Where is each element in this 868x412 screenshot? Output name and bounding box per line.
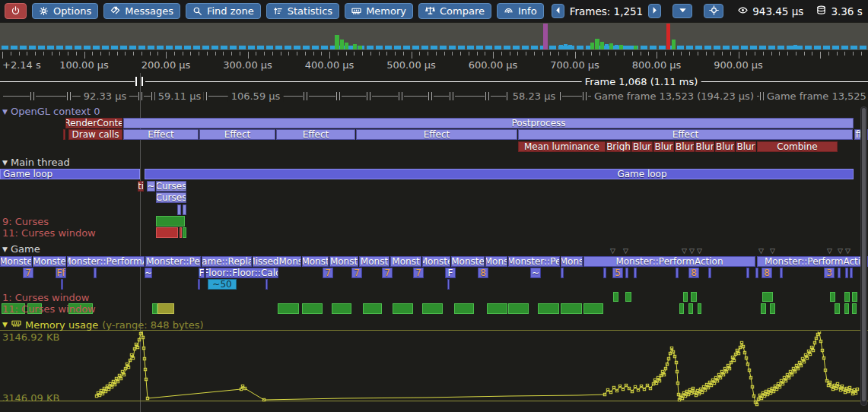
timeline-zone[interactable]: MissedMonst	[253, 256, 301, 267]
toolbar-button-info[interactable]: Info	[497, 3, 544, 19]
frame-overview-graph[interactable]	[0, 23, 868, 50]
timeline-zone[interactable]: Monst	[359, 256, 389, 267]
plot-bar[interactable]	[691, 292, 697, 302]
plot-row-label[interactable]: 9: Curses	[2, 217, 49, 227]
plot-bar[interactable]	[156, 227, 178, 238]
plot-bar[interactable]	[625, 292, 631, 302]
timeline-zone[interactable]: Blur	[695, 141, 714, 152]
message-marker-icon[interactable]: ▽	[770, 248, 775, 254]
timeline-zone[interactable]	[676, 268, 679, 278]
plot-bar[interactable]	[183, 227, 186, 238]
timeline-zone[interactable]: 7	[351, 268, 362, 278]
plot-bar[interactable]	[156, 216, 185, 227]
timeline-zone[interactable]: Mons	[485, 256, 507, 267]
timeline-zone[interactable]: 7	[23, 268, 33, 278]
toolbar-button-statistics[interactable]: Statistics	[266, 3, 339, 19]
timeline-zone[interactable]	[838, 268, 841, 278]
timeline-zone[interactable]: Effect	[518, 129, 853, 140]
timeline-zone[interactable]: 8	[761, 268, 772, 278]
plot-bar[interactable]	[422, 303, 443, 314]
timeline-zone[interactable]: F	[445, 268, 456, 278]
plot-bar[interactable]	[393, 303, 413, 314]
timeline-zone[interactable]: Brigh	[606, 141, 631, 152]
timeline-zone[interactable]	[603, 268, 606, 278]
scrollbar-thumb[interactable]	[862, 108, 866, 401]
timeline-zone[interactable]: Effect	[356, 129, 517, 140]
plot-bar[interactable]	[157, 303, 174, 314]
plot-bar[interactable]	[844, 303, 849, 314]
timeline-zone[interactable]: Combine	[757, 141, 838, 152]
timeline-zone[interactable]: Postprocess	[123, 118, 854, 128]
timeline-zone[interactable]: ~	[147, 181, 155, 192]
timeline-zone[interactable]: Curses	[156, 181, 186, 192]
vertical-scrollbar[interactable]	[860, 106, 867, 406]
timeline-zone[interactable]: Monste	[33, 256, 66, 267]
next-frame-button[interactable]	[648, 4, 661, 18]
memory-usage-plot[interactable]	[0, 331, 868, 412]
thread-section-header[interactable]: ▼Main thread	[2, 157, 70, 168]
timeline-zone[interactable]: Monst	[329, 256, 358, 267]
thread-section-header[interactable]: ▼OpenGL context 0	[2, 106, 100, 117]
timeline-zone[interactable]	[561, 268, 564, 278]
timeline-zone[interactable]: 5	[612, 268, 623, 278]
timeline-zone[interactable]	[61, 279, 63, 290]
plot-bar[interactable]	[152, 303, 157, 314]
timeline-zone[interactable]: Blur	[736, 141, 756, 152]
plot-row-label[interactable]: 11: Curses window	[2, 228, 96, 239]
timeline-zone[interactable]: Effect	[276, 129, 355, 140]
timeline-zone[interactable]: Monst	[390, 256, 421, 267]
plot-bar[interactable]	[363, 303, 382, 314]
timeline-zone[interactable]: Draw calls	[68, 129, 122, 140]
plot-bar[interactable]	[688, 303, 693, 314]
message-marker-icon[interactable]: ▽	[697, 248, 702, 254]
timeline-zone[interactable]: Monste	[451, 256, 485, 267]
plot-bar[interactable]	[852, 292, 857, 302]
timeline-zone[interactable]: ~	[145, 268, 152, 278]
plot-bar[interactable]	[683, 292, 688, 302]
message-marker-icon[interactable]: ▽	[758, 248, 764, 254]
timeline-zone[interactable]: Game loop	[145, 169, 854, 179]
timeline-zone[interactable]	[94, 268, 97, 278]
plot-bar[interactable]	[454, 303, 474, 314]
plot-bar[interactable]	[583, 303, 603, 314]
timeline-zone[interactable]: Curses	[156, 192, 186, 203]
plot-bar[interactable]	[698, 303, 701, 314]
timeline-zone[interactable]: Blur	[631, 141, 653, 152]
plot-bar[interactable]	[561, 303, 582, 314]
plot-bar[interactable]	[508, 303, 529, 314]
timeline-zone[interactable]: 8	[688, 268, 699, 278]
timeline-zone[interactable]: Effect	[123, 129, 199, 140]
plot-bar[interactable]	[852, 303, 857, 314]
timeline-zone[interactable]	[177, 204, 181, 215]
timeline-zone[interactable]	[63, 129, 65, 140]
timeline-zone[interactable]: Ff	[56, 268, 66, 278]
timeline-zone[interactable]: Monst	[302, 256, 329, 267]
timeline-zone[interactable]	[265, 279, 268, 290]
timeline-zone[interactable]: Effect	[199, 129, 275, 140]
plot-row-label[interactable]: 1: Curses window	[2, 293, 89, 303]
plot-bar[interactable]	[278, 303, 299, 314]
timeline-zone[interactable]	[780, 268, 783, 278]
timeline-zone[interactable]: ~	[530, 268, 541, 278]
plot-bar[interactable]	[302, 303, 323, 314]
prev-frame-button[interactable]	[552, 4, 564, 18]
timeline-zone[interactable]: Game::Replay	[202, 256, 252, 267]
timeline-zone[interactable]	[755, 268, 758, 278]
timeline-zone[interactable]: Mons	[561, 256, 583, 267]
plot-bar[interactable]	[762, 292, 773, 302]
timeline-zone[interactable]: Monste	[0, 256, 32, 267]
plot-bar[interactable]	[830, 292, 835, 302]
goto-frame-button[interactable]	[704, 4, 723, 18]
timeline-zone[interactable]: 7	[413, 268, 424, 278]
timeline-zone[interactable]: Floor::Floor::Calc	[205, 268, 278, 278]
timeline-zone[interactable]: Monste	[422, 256, 450, 267]
thread-section-header[interactable]: ▼Game	[2, 243, 40, 255]
timeline-zone[interactable]: RenderConte	[65, 118, 122, 128]
timeline-zone[interactable]: ~50	[208, 279, 237, 290]
memory-section-header[interactable]: ▼ Memory usage (y-range: 848 bytes)	[2, 319, 204, 331]
toolbar-button-find-zone[interactable]: Find zone	[186, 3, 261, 19]
plot-bar[interactable]	[538, 303, 559, 314]
timeline-zone[interactable]	[183, 204, 186, 215]
plot-bar[interactable]	[835, 303, 840, 314]
frame-mode-button[interactable]	[672, 4, 692, 18]
